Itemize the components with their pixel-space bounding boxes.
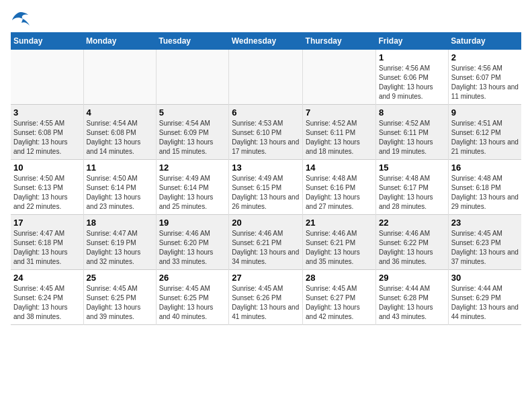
calendar-week-row: 1Sunrise: 4:56 AM Sunset: 6:06 PM Daylig… bbox=[11, 50, 521, 105]
day-number: 4 bbox=[87, 107, 153, 118]
calendar-cell: 26Sunrise: 4:45 AM Sunset: 6:25 PM Dayli… bbox=[156, 270, 228, 325]
calendar-cell: 9Sunrise: 4:51 AM Sunset: 6:12 PM Daylig… bbox=[448, 105, 521, 160]
calendar-cell: 13Sunrise: 4:49 AM Sunset: 6:15 PM Dayli… bbox=[229, 160, 303, 215]
calendar-cell: 24Sunrise: 4:45 AM Sunset: 6:24 PM Dayli… bbox=[11, 270, 83, 325]
day-number: 3 bbox=[13, 107, 81, 118]
day-number: 19 bbox=[159, 218, 226, 228]
day-number: 24 bbox=[13, 273, 81, 283]
weekday-header-row: SundayMondayTuesdayWednesdayThursdayFrid… bbox=[11, 32, 521, 50]
calendar-cell: 8Sunrise: 4:52 AM Sunset: 6:11 PM Daylig… bbox=[375, 105, 448, 160]
day-info: Sunrise: 4:48 AM Sunset: 6:17 PM Dayligh… bbox=[379, 174, 445, 212]
day-info: Sunrise: 4:55 AM Sunset: 6:08 PM Dayligh… bbox=[13, 119, 81, 156]
calendar-cell: 27Sunrise: 4:45 AM Sunset: 6:26 PM Dayli… bbox=[229, 270, 303, 325]
day-number: 17 bbox=[13, 218, 81, 228]
weekday-header-saturday: Saturday bbox=[448, 32, 521, 50]
calendar-cell: 15Sunrise: 4:48 AM Sunset: 6:17 PM Dayli… bbox=[375, 160, 448, 215]
day-number: 28 bbox=[306, 273, 373, 283]
day-number: 10 bbox=[13, 163, 81, 173]
calendar-cell: 5Sunrise: 4:54 AM Sunset: 6:09 PM Daylig… bbox=[156, 105, 228, 160]
day-number: 18 bbox=[87, 218, 153, 228]
day-info: Sunrise: 4:45 AM Sunset: 6:26 PM Dayligh… bbox=[232, 284, 300, 322]
calendar-cell bbox=[11, 50, 83, 105]
day-info: Sunrise: 4:45 AM Sunset: 6:24 PM Dayligh… bbox=[13, 284, 81, 322]
day-info: Sunrise: 4:46 AM Sunset: 6:21 PM Dayligh… bbox=[306, 229, 373, 267]
day-number: 7 bbox=[306, 107, 373, 118]
day-info: Sunrise: 4:54 AM Sunset: 6:09 PM Dayligh… bbox=[159, 119, 226, 156]
day-number: 1 bbox=[379, 52, 445, 62]
day-info: Sunrise: 4:48 AM Sunset: 6:18 PM Dayligh… bbox=[451, 174, 519, 212]
weekday-header-monday: Monday bbox=[83, 32, 156, 50]
calendar-cell bbox=[156, 50, 228, 105]
day-number: 6 bbox=[232, 107, 300, 118]
day-info: Sunrise: 4:44 AM Sunset: 6:29 PM Dayligh… bbox=[451, 284, 519, 322]
day-number: 9 bbox=[451, 107, 519, 118]
calendar-table: SundayMondayTuesdayWednesdayThursdayFrid… bbox=[11, 32, 521, 325]
day-number: 13 bbox=[232, 163, 300, 173]
day-info: Sunrise: 4:51 AM Sunset: 6:12 PM Dayligh… bbox=[451, 119, 519, 156]
day-number: 11 bbox=[87, 163, 153, 173]
day-info: Sunrise: 4:52 AM Sunset: 6:11 PM Dayligh… bbox=[379, 119, 445, 156]
day-number: 14 bbox=[306, 163, 373, 173]
calendar-week-row: 17Sunrise: 4:47 AM Sunset: 6:18 PM Dayli… bbox=[11, 215, 521, 270]
calendar-cell: 16Sunrise: 4:48 AM Sunset: 6:18 PM Dayli… bbox=[448, 160, 521, 215]
calendar-cell: 20Sunrise: 4:46 AM Sunset: 6:21 PM Dayli… bbox=[229, 215, 303, 270]
calendar-cell: 10Sunrise: 4:50 AM Sunset: 6:13 PM Dayli… bbox=[11, 160, 83, 215]
calendar-cell: 6Sunrise: 4:53 AM Sunset: 6:10 PM Daylig… bbox=[229, 105, 303, 160]
calendar-cell bbox=[303, 50, 376, 105]
day-number: 22 bbox=[379, 218, 445, 228]
calendar-week-row: 10Sunrise: 4:50 AM Sunset: 6:13 PM Dayli… bbox=[11, 160, 521, 215]
day-info: Sunrise: 4:46 AM Sunset: 6:21 PM Dayligh… bbox=[232, 229, 300, 267]
day-number: 16 bbox=[451, 163, 519, 173]
day-info: Sunrise: 4:48 AM Sunset: 6:16 PM Dayligh… bbox=[306, 174, 373, 212]
calendar-cell: 4Sunrise: 4:54 AM Sunset: 6:08 PM Daylig… bbox=[83, 105, 156, 160]
calendar-week-row: 3Sunrise: 4:55 AM Sunset: 6:08 PM Daylig… bbox=[11, 105, 521, 160]
day-info: Sunrise: 4:50 AM Sunset: 6:13 PM Dayligh… bbox=[13, 174, 81, 212]
day-number: 5 bbox=[159, 107, 226, 118]
day-number: 8 bbox=[379, 107, 445, 118]
calendar-cell: 3Sunrise: 4:55 AM Sunset: 6:08 PM Daylig… bbox=[11, 105, 83, 160]
calendar-cell: 11Sunrise: 4:50 AM Sunset: 6:14 PM Dayli… bbox=[83, 160, 156, 215]
day-info: Sunrise: 4:45 AM Sunset: 6:25 PM Dayligh… bbox=[87, 284, 153, 322]
logo-icon bbox=[11, 11, 31, 27]
calendar-cell bbox=[229, 50, 303, 105]
day-number: 21 bbox=[306, 218, 373, 228]
day-number: 12 bbox=[159, 163, 226, 173]
calendar-cell: 18Sunrise: 4:47 AM Sunset: 6:19 PM Dayli… bbox=[83, 215, 156, 270]
logo bbox=[11, 11, 34, 27]
calendar-week-row: 24Sunrise: 4:45 AM Sunset: 6:24 PM Dayli… bbox=[11, 270, 521, 325]
day-info: Sunrise: 4:47 AM Sunset: 6:18 PM Dayligh… bbox=[13, 229, 81, 267]
day-number: 20 bbox=[232, 218, 300, 228]
day-number: 2 bbox=[451, 52, 519, 62]
day-info: Sunrise: 4:45 AM Sunset: 6:25 PM Dayligh… bbox=[159, 284, 226, 322]
calendar-cell: 30Sunrise: 4:44 AM Sunset: 6:29 PM Dayli… bbox=[448, 270, 521, 325]
calendar-cell: 1Sunrise: 4:56 AM Sunset: 6:06 PM Daylig… bbox=[375, 50, 448, 105]
calendar-cell bbox=[83, 50, 156, 105]
weekday-header-tuesday: Tuesday bbox=[156, 32, 228, 50]
day-info: Sunrise: 4:56 AM Sunset: 6:06 PM Dayligh… bbox=[379, 64, 445, 101]
day-info: Sunrise: 4:53 AM Sunset: 6:10 PM Dayligh… bbox=[232, 119, 300, 156]
calendar-cell: 29Sunrise: 4:44 AM Sunset: 6:28 PM Dayli… bbox=[375, 270, 448, 325]
calendar-cell: 22Sunrise: 4:46 AM Sunset: 6:22 PM Dayli… bbox=[375, 215, 448, 270]
day-info: Sunrise: 4:47 AM Sunset: 6:19 PM Dayligh… bbox=[87, 229, 153, 267]
day-number: 29 bbox=[379, 273, 445, 283]
day-info: Sunrise: 4:46 AM Sunset: 6:22 PM Dayligh… bbox=[379, 229, 445, 267]
calendar-cell: 28Sunrise: 4:45 AM Sunset: 6:27 PM Dayli… bbox=[303, 270, 376, 325]
day-number: 15 bbox=[379, 163, 445, 173]
day-info: Sunrise: 4:45 AM Sunset: 6:23 PM Dayligh… bbox=[451, 229, 519, 267]
day-info: Sunrise: 4:50 AM Sunset: 6:14 PM Dayligh… bbox=[87, 174, 153, 212]
day-info: Sunrise: 4:56 AM Sunset: 6:07 PM Dayligh… bbox=[451, 64, 519, 101]
weekday-header-friday: Friday bbox=[375, 32, 448, 50]
calendar-cell: 25Sunrise: 4:45 AM Sunset: 6:25 PM Dayli… bbox=[83, 270, 156, 325]
day-number: 26 bbox=[159, 273, 226, 283]
header bbox=[11, 11, 521, 27]
calendar-cell: 19Sunrise: 4:46 AM Sunset: 6:20 PM Dayli… bbox=[156, 215, 228, 270]
day-info: Sunrise: 4:49 AM Sunset: 6:14 PM Dayligh… bbox=[159, 174, 226, 212]
day-number: 30 bbox=[451, 273, 519, 283]
calendar-cell: 17Sunrise: 4:47 AM Sunset: 6:18 PM Dayli… bbox=[11, 215, 83, 270]
day-info: Sunrise: 4:54 AM Sunset: 6:08 PM Dayligh… bbox=[87, 119, 153, 156]
day-info: Sunrise: 4:44 AM Sunset: 6:28 PM Dayligh… bbox=[379, 284, 445, 322]
day-number: 23 bbox=[451, 218, 519, 228]
calendar-cell: 23Sunrise: 4:45 AM Sunset: 6:23 PM Dayli… bbox=[448, 215, 521, 270]
day-info: Sunrise: 4:49 AM Sunset: 6:15 PM Dayligh… bbox=[232, 174, 300, 212]
weekday-header-wednesday: Wednesday bbox=[229, 32, 303, 50]
